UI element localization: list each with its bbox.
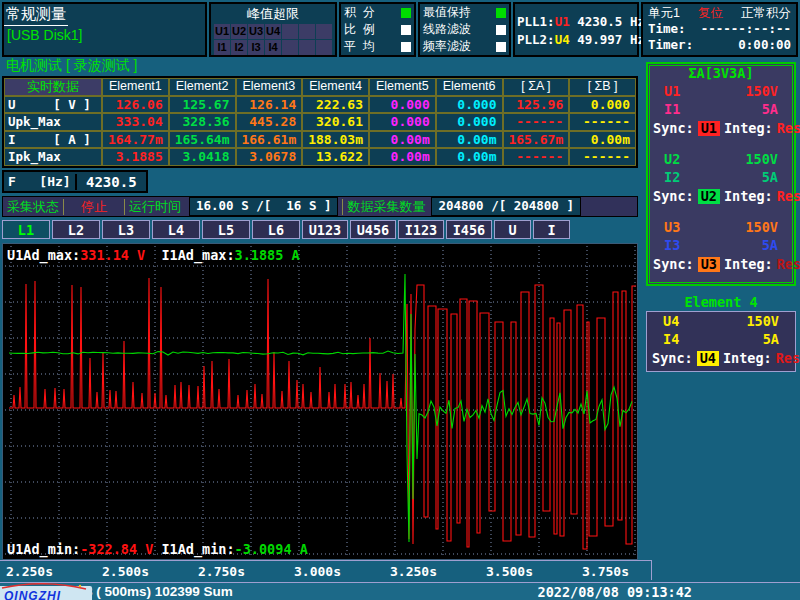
tab-u123[interactable]: U123 [302,220,348,239]
hold-option-indicator[interactable] [496,25,506,35]
peak-over-limit-box: 峰值超限 U1U2U3U4I1I2I3I4 [209,2,337,57]
integ-option-row[interactable]: 积 分 [341,4,414,21]
table-value: 222.63 [302,96,369,114]
time-tick-label: 3.000s [294,564,341,579]
time-tick-label: 2.500s [102,564,149,579]
filter-hold-group: 最值保持线路滤波频率滤波 [418,2,511,57]
voltage-channel: U4 [663,312,679,330]
peak-over-limit-grid: U1U2U3U4I1I2I3I4 [214,24,332,55]
sigma-a-title: ΣA[3V3A] [648,66,794,82]
acquisition-bar: 采集状态 停止 运行时间 16.00 S /[ 16 S ] 数据采集数量 20… [2,196,638,217]
sigma-groups: U1150VI15ASync:U1Integ:ResetU2150VI25ASy… [648,82,794,274]
tab-i456[interactable]: I456 [446,220,492,239]
table-value: 3.0678 [236,148,303,166]
acq-status-value: 停止 [68,198,120,216]
sync-source-badge[interactable]: U2 [698,189,720,204]
mode-title: 常规测量 [4,4,68,26]
voltage-range: 150V [745,150,778,168]
unit-name: 单元1 [648,5,680,21]
sync-source-badge[interactable]: U3 [698,257,720,272]
column-header: Element1 [102,78,169,96]
hold-option-row[interactable]: 线路滤波 [420,21,509,38]
integ-label: Integ: [723,350,772,366]
column-header: Element5 [369,78,436,96]
column-header: Element2 [169,78,236,96]
tab-l5[interactable]: L5 [202,220,250,239]
hold-option-row[interactable]: 频率滤波 [420,38,509,55]
tab-l4[interactable]: L4 [152,220,200,239]
table-value: 328.36 [169,113,236,131]
integ-option-label: 比 例 [344,21,375,38]
integ-label: Integ: [724,120,773,136]
u-min-value: -322.84 V [80,541,153,557]
divider [63,199,64,215]
table-value: 164.77m [102,131,169,149]
sync-source-badge[interactable]: U1 [698,121,720,136]
pll1-source: U1 [555,14,570,29]
time-tick-label: 3.500s [486,564,533,579]
row-label: Ipk_Max [4,148,102,166]
hold-option-label: 最值保持 [423,4,471,21]
current-range: 5A [762,168,778,186]
integ-label: Integ: [724,188,773,204]
peak-cell: U1 [214,24,230,39]
table-value: 188.03m [302,131,369,149]
integration-mode-group: 积 分比 例平 均 [339,2,416,57]
pll1-label: PLL1: [517,14,555,29]
integ-option-indicator[interactable] [401,8,411,18]
tab-l6[interactable]: L6 [252,220,300,239]
sync-row: Sync:U4Integ:Reset [647,348,795,368]
integ-option-row[interactable]: 平 均 [341,38,414,55]
time-tick-label: 3.250s [390,564,437,579]
peak-cell: I3 [248,40,264,55]
hold-option-row[interactable]: 最值保持 [420,4,509,21]
tab-u[interactable]: U [494,220,531,239]
hold-option-indicator[interactable] [496,42,506,52]
tab-l2[interactable]: L2 [52,220,100,239]
table-value: 0.000 [436,96,503,114]
sync-label: Sync: [652,350,693,366]
plot-min-labels: U1Ad_min:-322.84 V I1Ad_min:-3.0094 A [7,541,308,557]
brand-logo: QINGZHI [0,586,92,600]
table-value: 0.000 [569,96,636,114]
peak-cell: U4 [265,24,281,39]
sample-count-label: 数据采集数量 [347,198,425,216]
column-header: [ ΣA ] [503,78,570,96]
i-max-value: 3.1885 A [235,247,300,263]
tab-i123[interactable]: I123 [398,220,444,239]
table-value: 0.000 [436,113,503,131]
u-min-label: U1Ad_min: [7,541,80,557]
acq-status-label: 采集状态 [3,198,59,216]
tab-u456[interactable]: U456 [350,220,396,239]
hold-option-indicator[interactable] [496,8,506,18]
sample-count-value: 204800 /[ 204800 ] [431,197,580,216]
current-range: 5A [762,100,778,118]
table-value: 3.0418 [169,148,236,166]
tab-l3[interactable]: L3 [102,220,150,239]
channel-current-row: I35A [648,236,794,254]
sync-source-badge[interactable]: U4 [697,351,719,366]
integ-option-indicator[interactable] [401,25,411,35]
table-value: 445.28 [236,113,303,131]
i-min-label: I1Ad_min: [161,541,234,557]
integ-option-indicator[interactable] [401,42,411,52]
status-bar: Update 738 ( 500ms) 102399 Sum 2022/08/0… [0,582,800,600]
tab-l1[interactable]: L1 [2,220,50,239]
sync-label: Sync: [653,120,694,136]
plot-max-labels: U1Ad_max:331.14 V I1Ad_max:3.1885 A [7,247,300,263]
runtime-value: 16.00 S /[ 16 S ] [189,197,338,216]
waveform-svg [3,244,637,559]
row-label: Upk_Max [4,113,102,131]
time-label: Time: [648,21,686,37]
table-value: 126.06 [102,96,169,114]
channel-current-row: I45A [647,330,795,348]
peak-over-limit-title: 峰值超限 [212,5,334,23]
channel-voltage-row: U4150V [647,312,795,330]
row-label: U [ V ] [4,96,102,114]
unit-reset[interactable]: 复位 [698,5,723,21]
time-row: Time: ------:--:-- [645,21,794,37]
integ-option-row[interactable]: 比 例 [341,21,414,38]
integ-label: Integ: [724,256,773,272]
table-value: 0.000 [369,113,436,131]
tab-i[interactable]: I [533,220,570,239]
